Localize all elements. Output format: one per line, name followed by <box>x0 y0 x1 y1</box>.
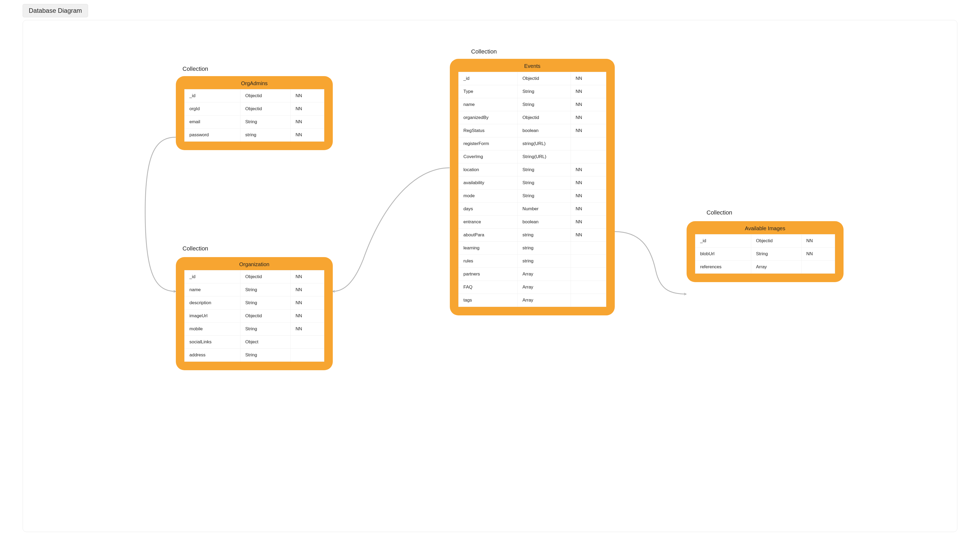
field-type: Objectid <box>518 111 571 124</box>
field-type: String <box>518 163 571 177</box>
page-root: Database Diagram Collection Or <box>0 0 980 544</box>
field-nn: NN <box>571 177 606 190</box>
card-orgadmins[interactable]: OrgAdmins _idObjectidNNorgIdObjectidNNem… <box>176 76 333 150</box>
field-type: Objectid <box>518 72 571 85</box>
field-name: orgId <box>185 102 240 115</box>
field-row: imageUrlObjectidNN <box>185 309 324 322</box>
field-row: TypeStringNN <box>458 85 606 98</box>
field-nn: NN <box>571 98 606 111</box>
field-nn: NN <box>291 297 324 309</box>
field-name: description <box>185 297 240 309</box>
field-row: nameStringNN <box>185 284 324 297</box>
field-type: String <box>751 247 802 260</box>
field-type: String <box>518 190 571 203</box>
field-nn <box>291 336 324 349</box>
diagram-panel[interactable]: Collection OrgAdmins _idObjectidNNorgIdO… <box>22 20 958 532</box>
card-organization[interactable]: Organization _idObjectidNNnameStringNNde… <box>176 257 333 370</box>
field-type: String <box>240 115 291 129</box>
field-row: entrancebooleanNN <box>458 215 606 229</box>
fields-orgadmins: _idObjectidNNorgIdObjectidNNemailStringN… <box>185 89 324 142</box>
field-name: address <box>185 349 240 362</box>
field-row: _idObjectidNN <box>185 89 324 102</box>
field-name: references <box>695 260 751 274</box>
field-name: name <box>185 284 240 297</box>
field-name: tags <box>458 294 518 307</box>
field-nn: NN <box>571 163 606 177</box>
card-events[interactable]: Events _idObjectidNNTypeStringNNnameStri… <box>450 59 615 315</box>
field-nn: NN <box>291 270 324 284</box>
field-nn <box>802 260 835 274</box>
field-nn <box>571 268 606 281</box>
field-name: rules <box>458 255 518 268</box>
field-nn: NN <box>291 102 324 115</box>
field-nn: NN <box>571 85 606 98</box>
field-nn: NN <box>571 229 606 242</box>
field-nn <box>571 242 606 255</box>
field-name: socialLinks <box>185 336 240 349</box>
field-nn <box>571 150 606 163</box>
field-row: nameStringNN <box>458 98 606 111</box>
field-nn: NN <box>571 215 606 229</box>
card-images[interactable]: Available Images _idObjectidNNblobUrlStr… <box>687 221 843 282</box>
field-nn: NN <box>571 72 606 85</box>
field-nn <box>291 349 324 362</box>
field-row: rulesstring <box>458 255 606 268</box>
field-row: registerFormstring(URL) <box>458 137 606 150</box>
field-type: String <box>240 284 291 297</box>
card-title-images: Available Images <box>695 221 835 234</box>
field-name: learning <box>458 242 518 255</box>
field-name: _id <box>185 270 240 284</box>
field-name: CoverImg <box>458 150 518 163</box>
field-name: blobUrl <box>695 247 751 260</box>
field-type: Array <box>518 268 571 281</box>
field-name: availability <box>458 177 518 190</box>
field-nn: NN <box>802 235 835 247</box>
field-row: blobUrlStringNN <box>695 247 835 260</box>
field-nn: NN <box>571 124 606 137</box>
collection-label-organization: Collection <box>183 245 208 252</box>
arrow-events-to-images <box>614 231 686 294</box>
field-name: days <box>458 203 518 215</box>
field-type: String <box>240 349 291 362</box>
collection-label-events: Collection <box>471 48 497 55</box>
field-name: RegStatus <box>458 124 518 137</box>
field-type: String <box>240 297 291 309</box>
field-row: learningstring <box>458 242 606 255</box>
fields-organization: _idObjectidNNnameStringNNdescriptionStri… <box>185 270 324 362</box>
fields-events: _idObjectidNNTypeStringNNnameStringNNorg… <box>458 72 606 307</box>
arrow-orgadmins-to-organization <box>145 137 176 292</box>
field-type: String <box>518 98 571 111</box>
field-nn <box>571 137 606 150</box>
collection-label-images: Collection <box>706 209 732 216</box>
field-row: addressString <box>185 349 324 362</box>
field-row: daysNumberNN <box>458 203 606 215</box>
arrow-events-to-organization <box>332 168 450 292</box>
field-name: name <box>458 98 518 111</box>
field-nn: NN <box>291 129 324 142</box>
field-row: _idObjectidNN <box>695 235 835 247</box>
field-row: RegStatusbooleanNN <box>458 124 606 137</box>
field-name: Type <box>458 85 518 98</box>
field-nn: NN <box>802 247 835 260</box>
field-nn: NN <box>571 190 606 203</box>
field-type: Objectid <box>240 102 291 115</box>
field-type: Number <box>518 203 571 215</box>
field-nn <box>571 294 606 307</box>
field-name: _id <box>695 235 751 247</box>
field-nn <box>571 255 606 268</box>
field-name: imageUrl <box>185 309 240 322</box>
tab-label: Database Diagram <box>29 7 82 14</box>
field-row: locationStringNN <box>458 163 606 177</box>
field-name: mode <box>458 190 518 203</box>
field-row: socialLinksObject <box>185 336 324 349</box>
tab-database-diagram[interactable]: Database Diagram <box>22 4 88 17</box>
field-name: registerForm <box>458 137 518 150</box>
field-name: password <box>185 129 240 142</box>
field-type: String(URL) <box>518 150 571 163</box>
field-nn: NN <box>571 111 606 124</box>
field-row: descriptionStringNN <box>185 297 324 309</box>
field-type: Objectid <box>240 270 291 284</box>
field-name: organizedBy <box>458 111 518 124</box>
field-type: boolean <box>518 124 571 137</box>
field-row: mobileStringNN <box>185 322 324 336</box>
